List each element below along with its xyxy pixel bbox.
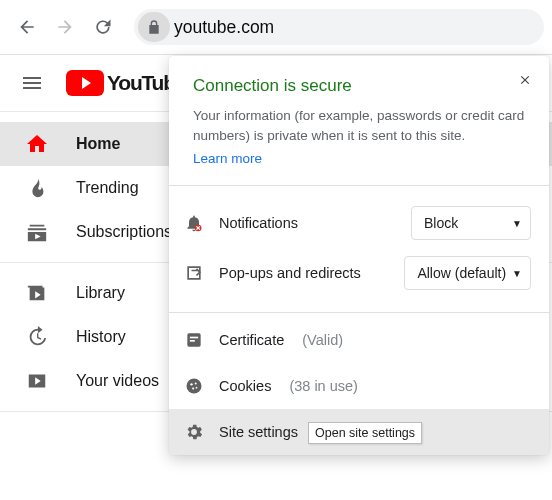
- lock-icon: [146, 19, 162, 35]
- site-info-popover: Connection is secure Your information (f…: [169, 56, 549, 455]
- library-icon: [24, 282, 50, 304]
- certificate-icon: [183, 330, 205, 350]
- site-settings-label: Site settings: [219, 424, 298, 440]
- permissions-section: Notifications Block ▼ Pop-ups and redire…: [169, 186, 549, 313]
- gear-icon: [183, 422, 205, 442]
- subscriptions-icon: [24, 221, 50, 243]
- svg-point-8: [196, 387, 198, 389]
- home-icon: [24, 132, 50, 156]
- forward-button[interactable]: [48, 10, 82, 44]
- browser-toolbar: youtube.com: [0, 0, 552, 54]
- tooltip: Open site settings: [308, 422, 422, 444]
- chevron-down-icon: ▼: [512, 268, 522, 279]
- arrow-right-icon: [55, 17, 75, 37]
- sidebar-item-label: Home: [76, 135, 120, 153]
- hamburger-icon: [20, 71, 44, 95]
- popover-header: Connection is secure Your information (f…: [169, 56, 549, 186]
- youtube-play-icon: [66, 70, 104, 96]
- trending-icon: [24, 176, 50, 200]
- sidebar-item-label: Library: [76, 284, 125, 302]
- back-button[interactable]: [10, 10, 44, 44]
- sidebar-item-label: Your videos: [76, 372, 159, 390]
- your-videos-icon: [24, 370, 50, 392]
- popups-select[interactable]: Allow (default) ▼: [404, 256, 531, 290]
- sidebar-item-label: Trending: [76, 179, 139, 197]
- site-info-button[interactable]: [138, 12, 170, 42]
- cookies-row[interactable]: Cookies (38 in use): [169, 363, 549, 409]
- history-icon: [24, 326, 50, 348]
- sidebar-item-label: History: [76, 328, 126, 346]
- svg-point-5: [190, 383, 192, 385]
- svg-point-4: [187, 379, 202, 394]
- learn-more-link[interactable]: Learn more: [193, 151, 262, 166]
- connection-secure-title: Connection is secure: [193, 76, 525, 96]
- cookies-icon: [183, 376, 205, 396]
- certificate-row[interactable]: Certificate (Valid): [169, 317, 549, 363]
- menu-button[interactable]: [20, 71, 44, 95]
- permission-row-popups: Pop-ups and redirects Allow (default) ▼: [183, 248, 531, 298]
- certificate-label: Certificate: [219, 332, 284, 348]
- reload-icon: [93, 17, 113, 37]
- url-text: youtube.com: [174, 17, 274, 38]
- close-icon: [518, 73, 532, 87]
- svg-point-6: [195, 383, 197, 385]
- chevron-down-icon: ▼: [512, 218, 522, 229]
- popups-icon: [183, 263, 205, 283]
- arrow-left-icon: [17, 17, 37, 37]
- certificate-status: (Valid): [302, 332, 343, 348]
- close-button[interactable]: [513, 68, 537, 92]
- address-bar[interactable]: youtube.com: [134, 9, 544, 45]
- cookies-status: (38 in use): [289, 378, 358, 394]
- svg-rect-2: [190, 337, 198, 339]
- select-value: Allow (default): [417, 265, 506, 281]
- reload-button[interactable]: [86, 10, 120, 44]
- permission-row-notifications: Notifications Block ▼: [183, 198, 531, 248]
- notifications-icon: [183, 213, 205, 233]
- permission-label: Notifications: [219, 215, 397, 231]
- cookies-label: Cookies: [219, 378, 271, 394]
- sidebar-item-label: Subscriptions: [76, 223, 172, 241]
- notifications-select[interactable]: Block ▼: [411, 206, 531, 240]
- svg-point-7: [192, 388, 194, 390]
- svg-rect-3: [190, 340, 195, 342]
- connection-description: Your information (for example, passwords…: [193, 106, 525, 145]
- permission-label: Pop-ups and redirects: [219, 265, 390, 281]
- youtube-logo[interactable]: YouTube: [66, 70, 185, 96]
- select-value: Block: [424, 215, 458, 231]
